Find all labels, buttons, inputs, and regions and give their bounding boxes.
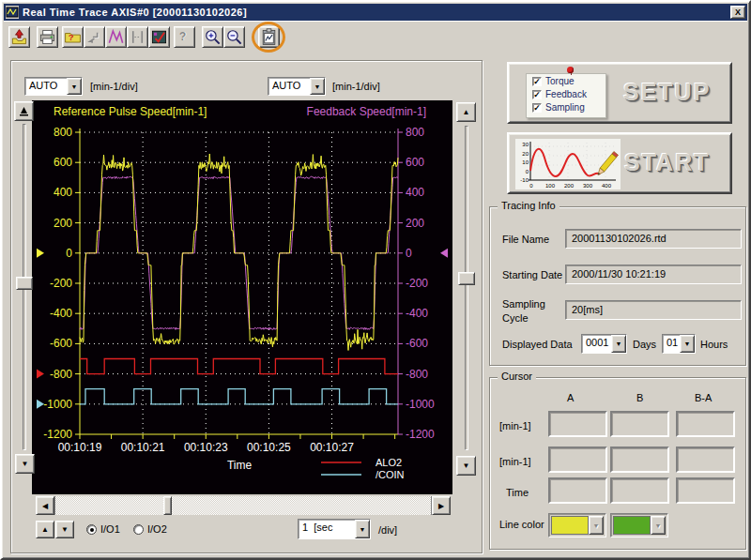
print-icon xyxy=(38,28,56,46)
cursor-time-a xyxy=(548,477,607,504)
setup-checkbox-sampling: ✓ Sampling xyxy=(532,101,605,114)
left-vertical-slider-thumb[interactable] xyxy=(16,277,33,290)
copy-to-clipboard-icon xyxy=(260,28,278,46)
zoom-in-icon xyxy=(204,28,222,46)
chevron-down-icon[interactable]: ▼ xyxy=(355,520,370,538)
days-combo[interactable]: 0001 ▼ xyxy=(581,334,627,354)
setup-checkbox-feedback: ✓ Feedback xyxy=(532,88,605,100)
close-button[interactable]: X xyxy=(730,6,745,19)
svg-text:?: ? xyxy=(69,32,74,42)
right-vertical-slider-track[interactable] xyxy=(465,126,468,450)
hscroll-right-button[interactable]: ▶ xyxy=(432,496,451,515)
trace-verify-button[interactable] xyxy=(148,26,170,48)
svg-text:100: 100 xyxy=(545,183,556,189)
right-marker-down-button[interactable]: ▼ xyxy=(456,456,476,476)
import-graph-button[interactable] xyxy=(84,26,105,48)
cursor-value-b1 xyxy=(610,411,669,437)
svg-text:200: 200 xyxy=(564,183,575,189)
cursor-title: Cursor xyxy=(498,371,536,382)
zoom-out-button[interactable] xyxy=(223,26,245,48)
copy-to-clipboard-button[interactable] xyxy=(258,26,280,48)
radio-io1-circle[interactable] xyxy=(86,524,97,535)
right-vertical-slider-thumb[interactable] xyxy=(458,272,475,285)
timebase-combo[interactable]: 1 [sec ▼ xyxy=(298,519,371,539)
io-up-button[interactable]: ▲ xyxy=(36,521,54,538)
left-scale-combo[interactable]: AUTO ▼ xyxy=(24,77,83,96)
setup-button-label: SETUP xyxy=(623,79,711,106)
sampling-cycle-label-2: Cycle xyxy=(502,312,529,324)
svg-text:Reference Pulse Speed[min-1]: Reference Pulse Speed[min-1] xyxy=(54,105,207,118)
svg-text:00:10:25: 00:10:25 xyxy=(247,441,291,454)
timebase-unit-label: /div] xyxy=(378,524,397,536)
svg-text:600: 600 xyxy=(54,156,72,169)
line-color-a-swatch xyxy=(551,516,589,535)
svg-text:-200: -200 xyxy=(50,277,72,290)
waveform-view-button[interactable] xyxy=(105,26,127,48)
radio-io2-label: I/O2 xyxy=(147,523,167,535)
load-trace-data-button[interactable] xyxy=(8,26,30,48)
setup-checkbox-label: Feedback xyxy=(545,89,587,99)
context-help-button[interactable]: ? ? xyxy=(174,26,195,48)
svg-text:0: 0 xyxy=(66,247,72,260)
radio-io2-circle[interactable] xyxy=(133,524,144,535)
svg-text:10: 10 xyxy=(522,159,529,165)
svg-text:-800: -800 xyxy=(50,368,72,381)
svg-text:00:10:23: 00:10:23 xyxy=(184,441,228,454)
cursor-row2-label: [min-1] xyxy=(499,456,531,467)
line-color-a-combo[interactable]: ▼ xyxy=(548,513,606,537)
svg-text:-600: -600 xyxy=(50,337,72,350)
title-bar: Real Time Trace AXIS#0 [20001130102026] … xyxy=(4,4,747,21)
chevron-down-icon: ▼ xyxy=(651,516,666,535)
svg-text:Time: Time xyxy=(227,459,253,472)
radio-io1[interactable]: I/O1 xyxy=(86,523,120,535)
svg-text:Feedback Speed[min-1]: Feedback Speed[min-1] xyxy=(307,105,426,118)
cursor-value-a1 xyxy=(548,411,607,437)
radio-io2[interactable]: I/O2 xyxy=(133,523,167,535)
chevron-down-icon[interactable]: ▼ xyxy=(310,78,325,95)
setup-note-icon: ✓ Torque ✓ Feedback ✓ Sampling xyxy=(526,73,606,118)
zoom-out-icon xyxy=(225,28,243,46)
svg-text:-200: -200 xyxy=(406,277,428,290)
chevron-down-icon[interactable]: ▼ xyxy=(611,335,626,353)
print-button[interactable] xyxy=(37,26,58,48)
file-info-button[interactable]: ? xyxy=(62,26,84,48)
trace-chart[interactable]: 80080060060040040020020000-200-200-400-4… xyxy=(32,100,452,494)
cursor-col-a-header: A xyxy=(567,392,574,403)
svg-text:800: 800 xyxy=(406,126,424,139)
svg-text:-400: -400 xyxy=(50,307,72,320)
zoom-in-button[interactable] xyxy=(202,26,223,48)
app-icon xyxy=(6,6,19,19)
days-label: Days xyxy=(633,339,656,350)
svg-text:ALO2: ALO2 xyxy=(376,457,402,468)
cursor-time-b xyxy=(610,477,669,504)
line-color-b-combo[interactable]: ▼ xyxy=(610,513,668,537)
cursor-value-a2 xyxy=(548,446,607,473)
left-scale-unit-label: [min-1/div] xyxy=(90,81,138,92)
svg-text:/COIN: /COIN xyxy=(376,469,405,480)
checkbox-checked-icon: ✓ xyxy=(532,90,542,99)
right-marker-up-button[interactable]: ▲ xyxy=(456,102,476,122)
left-marker-down-button[interactable]: ▼ xyxy=(15,454,35,474)
left-marker-top-button[interactable] xyxy=(14,101,34,121)
start-chart-icon: 3020100-10 0100200300400 xyxy=(515,139,621,189)
file-name-label: File Name xyxy=(502,234,549,245)
chevron-down-icon[interactable]: ▼ xyxy=(67,78,82,95)
chevron-down-icon[interactable]: ▼ xyxy=(680,335,695,353)
file-name-field: 20001130102026.rtd xyxy=(565,229,742,249)
signal-marker-icon xyxy=(18,105,30,117)
window-title: Real Time Trace AXIS#0 [20001130102026] xyxy=(23,7,730,18)
chevron-down-icon: ▼ xyxy=(589,516,604,535)
span-select-icon xyxy=(129,28,146,46)
cursor-row3-label: Time xyxy=(506,487,529,498)
io-down-button[interactable]: ▼ xyxy=(55,521,74,538)
right-scale-combo[interactable]: AUTO ▼ xyxy=(268,77,326,96)
hscroll-track[interactable] xyxy=(54,496,432,515)
hscroll-left-button[interactable]: ◀ xyxy=(36,496,54,515)
hscroll-thumb[interactable] xyxy=(163,496,172,515)
span-select-button[interactable] xyxy=(127,26,148,48)
hours-combo[interactable]: 01 ▼ xyxy=(662,334,696,354)
sampling-cycle-field: 20[ms] xyxy=(565,300,742,320)
setup-checkbox-torque: ✓ Torque xyxy=(532,75,605,87)
cursor-row1-label: [min-1] xyxy=(499,420,531,431)
svg-text:0: 0 xyxy=(406,247,412,260)
